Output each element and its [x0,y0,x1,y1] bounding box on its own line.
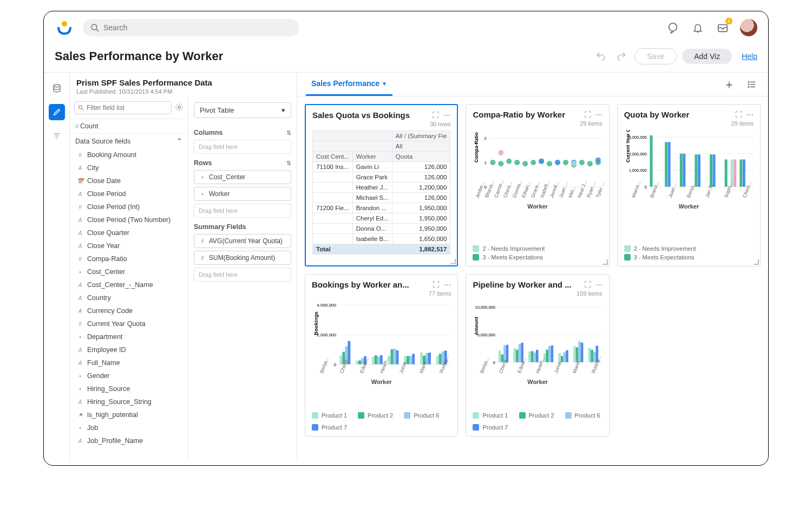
field-item[interactable]: ACountry [70,291,188,304]
field-item[interactable]: AClose Quarter [70,226,188,239]
expand-icon[interactable]: ⛶ [432,111,439,119]
field-item[interactable]: #Compa-Ratio [70,252,188,265]
table-row[interactable]: 71200 Fie...Brandon ...1,950,000 [313,203,450,213]
undo-icon[interactable] [593,49,608,64]
data-icon[interactable] [49,80,65,96]
more-icon[interactable]: ⋯ [444,281,451,289]
rows-dropzone[interactable]: Drag field here [194,204,291,218]
filter-field-text[interactable] [87,104,168,112]
card-title: Quota by Worker [624,110,735,119]
svg-rect-89 [391,349,394,364]
field-item[interactable]: •Department [70,330,188,343]
svg-point-6 [54,84,60,87]
field-item[interactable]: AFull_Name [70,356,188,369]
expand-icon[interactable]: ⛶ [735,110,742,119]
inbox-icon[interactable]: 6 [715,20,730,35]
tab-sales-performance[interactable]: Sales Performance ▼ [306,73,392,96]
help-link[interactable]: Help [742,52,757,61]
field-item[interactable]: AClose Period (Two Number) [70,213,188,226]
field-group-header[interactable]: Data Source fields⌃ [70,133,188,148]
card-bookings-by-worker[interactable]: Bookings by Worker an...⛶⋯ 77 items Book… [305,274,458,437]
svg-rect-121 [534,353,536,362]
field-item[interactable]: •Hiring_Source [70,382,188,395]
sort-icon[interactable]: ⇅ [286,129,291,136]
resize-handle[interactable] [450,259,456,264]
svg-rect-91 [396,350,399,364]
card-compa-ratio[interactable]: Compa-Ratio by Worker⛶⋯ 29 items Compa-R… [466,104,609,266]
more-icon[interactable]: ⋯ [746,110,754,119]
field-item[interactable]: #Close Period (Int) [70,200,188,213]
svg-point-45 [499,150,504,155]
table-row[interactable]: Heather J...1,200,000 [313,183,450,193]
field-chip[interactable]: •Cost_Center [194,170,291,184]
avatar[interactable] [740,19,757,36]
field-item[interactable]: #Booking Amount [70,148,188,161]
card-subtitle: 109 items [473,290,602,297]
canvas: Sales Performance ▼ ＋ Sales Quota vs Boo… [297,73,768,461]
field-item[interactable]: ACity [70,161,188,174]
chevron-down-icon: ▼ [382,81,387,87]
field-item[interactable]: AHiring_Source_String [70,395,188,408]
redo-icon[interactable] [614,49,629,64]
table-row[interactable]: 71100 Ins...Gavin Li126,000 [313,162,450,172]
workday-logo[interactable] [55,18,74,37]
field-item[interactable]: •Gender [70,369,188,382]
resize-handle[interactable] [754,259,759,265]
field-item[interactable]: ACurrency Code [70,304,188,317]
summary-label: Summary Fields [194,223,246,231]
table-row[interactable]: Donna O...1,950,000 [313,224,450,234]
table-row[interactable]: Isabelle B...1,650,000 [313,234,450,244]
expand-icon[interactable]: ⛶ [433,281,440,289]
resize-handle[interactable] [603,259,608,265]
expand-icon[interactable]: ⛶ [584,281,591,289]
field-item[interactable]: AClose Year [70,239,188,252]
gear-icon[interactable] [175,103,184,113]
field-item[interactable]: 📅Close Date [70,174,188,187]
table-row[interactable]: Grace Park126,000 [313,172,450,183]
list-icon[interactable] [744,77,759,92]
chat-icon[interactable] [665,20,680,35]
columns-dropzone[interactable]: Drag field here [194,140,291,154]
global-search[interactable] [83,19,299,36]
filter-icon[interactable] [49,128,65,144]
field-item[interactable]: #Current Year Quota [70,317,188,330]
edit-icon[interactable] [49,104,65,120]
field-item[interactable]: •Job [70,421,188,434]
viz-type-select[interactable]: Pivot Table ▾ [194,102,291,118]
more-icon[interactable]: ⋯ [443,111,450,119]
svg-rect-119 [529,351,532,362]
field-chip[interactable]: •Worker [194,187,291,201]
field-item[interactable]: ACost_Center_-_Name [70,278,188,291]
save-button[interactable]: Save [634,48,677,64]
card-quota-by-worker[interactable]: Quota by Worker⛶⋯ 29 items Current Year … [617,104,761,266]
more-icon[interactable]: ⋯ [595,110,603,119]
add-tab-icon[interactable]: ＋ [722,77,737,92]
field-chip[interactable]: #SUM(Booking Amount) [194,251,291,265]
more-icon[interactable]: ⋯ [595,281,603,289]
count-field[interactable]: # Count [70,119,188,133]
bell-icon[interactable] [690,20,705,35]
field-item[interactable]: ⚑is_high_potential [70,408,188,421]
summary-dropzone[interactable]: Drag field here [194,268,291,282]
svg-rect-80 [356,361,358,364]
field-item[interactable]: AEmployee ID [70,343,188,356]
svg-rect-122 [536,350,539,362]
add-viz-button[interactable]: Add Viz [682,49,732,64]
card-subtitle: 77 items [312,290,451,297]
field-item[interactable]: •Cost_Center [70,265,188,278]
search-input[interactable] [103,23,292,32]
svg-rect-85 [375,355,377,364]
sort-icon[interactable]: ⇅ [286,160,291,167]
field-chip[interactable]: #AVG(Current Year Quota) [194,234,291,248]
card-pipeline-by-worker[interactable]: Pipeline by Worker and ...⛶⋯ 109 items A… [466,274,609,437]
field-item[interactable]: AClose Period [70,187,188,200]
field-item[interactable]: AJob_Profile_Name [70,434,188,447]
x-axis-label: Worker [624,203,754,210]
svg-point-41 [555,160,560,165]
table-row[interactable]: Michael S...126,000 [313,193,450,203]
table-row[interactable]: Cheryl Ed...1,950,000 [313,213,450,224]
filter-field-input[interactable] [74,101,172,114]
expand-icon[interactable]: ⛶ [584,110,591,119]
left-rail [44,73,70,461]
card-sales-quota-vs-bookings[interactable]: Sales Quota vs Bookings ⛶ ⋯ 30 rows All … [305,104,458,266]
